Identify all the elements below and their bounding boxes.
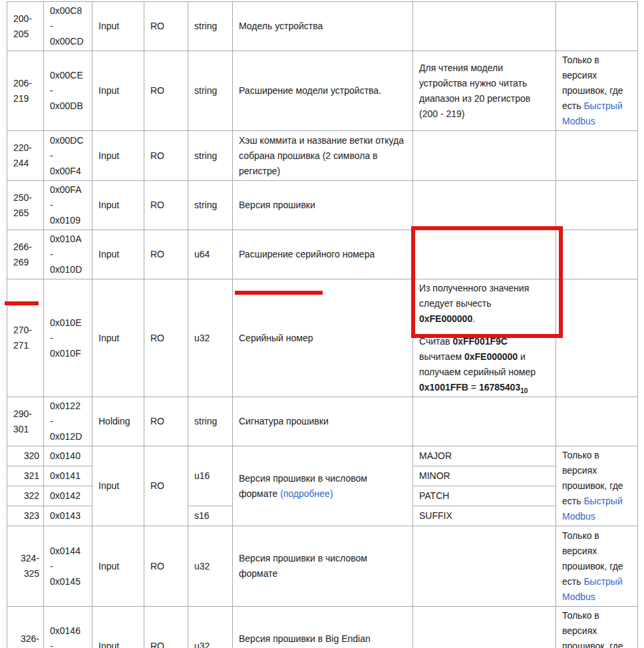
cell-hex-range: 0x0144 - 0x0145 — [44, 526, 92, 607]
cell-note-major: MAJOR — [413, 446, 556, 466]
cell-hex-range: 0x010A - 0x010D — [44, 230, 92, 279]
cell-firmware-note: Только в версиях прошивок, где есть Быст… — [556, 51, 638, 131]
cell-description-serial-number: Серийный номер — [233, 279, 413, 397]
cell-firmware-empty — [556, 230, 638, 279]
table-row: 206-219 0x00CE - 0x00DB Input RO string … — [7, 51, 638, 131]
cell-register-type: Input — [92, 279, 144, 397]
cell-register-range: 323 — [7, 506, 44, 526]
cell-access: RO — [144, 279, 188, 397]
cell-register-range: 321 — [7, 466, 44, 486]
annotation-red-box-serial-calculation — [411, 226, 563, 338]
cell-hex-range: 0x00FA - 0x0109 — [44, 181, 92, 230]
cell-register-type: Input — [92, 2, 144, 51]
cell-hex-range: 0x010E - 0x010F — [44, 279, 92, 397]
cell-note-empty — [413, 181, 556, 230]
cell-datatype: string — [188, 51, 233, 131]
cell-register-type: Input — [92, 230, 144, 279]
cell-access: RO — [144, 446, 188, 526]
cell-firmware-empty — [556, 2, 638, 51]
cell-access: RO — [144, 607, 188, 648]
cell-register-type: Holding — [92, 397, 144, 446]
annotation-underline-serial-number — [235, 291, 323, 295]
cell-register-range: 326-327 — [7, 607, 44, 648]
cell-description: Версия прошивки в числовом формате (подр… — [233, 446, 413, 526]
cell-register-range: 320 — [7, 446, 44, 466]
cell-datatype: string — [188, 131, 233, 181]
cell-register-range: 266-269 — [7, 230, 44, 279]
table-row: 320 0x0140 Input RO u16 Версия прошивки … — [7, 446, 638, 466]
cell-access: RO — [144, 397, 188, 446]
cell-note-suffix: SUFFIX — [413, 506, 556, 526]
cell-hex-range: 0x0141 — [44, 466, 92, 486]
cell-register-range: 322 — [7, 486, 44, 506]
cell-description: Хэш коммита и название ветки откуда собр… — [233, 131, 413, 181]
firmware-note-text: Только в версиях прошивок, где есть — [562, 610, 623, 648]
cell-register-type: Input — [92, 607, 144, 648]
cell-note-empty — [413, 607, 556, 648]
cell-access: RO — [144, 230, 188, 279]
table-row: 290-301 0x0122 - 0x012D Holding RO strin… — [7, 397, 638, 446]
cell-hex-range: 0x0146 - 0x0147 — [44, 607, 92, 648]
cell-note: Для чтения модели устройства нужно читат… — [413, 51, 556, 131]
cell-access: RO — [144, 181, 188, 230]
cell-note-patch: PATCH — [413, 486, 556, 506]
cell-register-type: Input — [92, 526, 144, 607]
cell-datatype: u32 — [188, 279, 233, 397]
cell-hex-range: 0x00DC - 0x00F4 — [44, 131, 92, 181]
cell-firmware-empty — [556, 397, 638, 446]
cell-register-type: Input — [92, 446, 144, 526]
cell-register-range: 220-244 — [7, 131, 44, 181]
cell-access: RO — [144, 51, 188, 131]
table-row: 324-325 0x0144 - 0x0145 Input RO u32 Вер… — [7, 526, 638, 607]
cell-note-empty — [413, 397, 556, 446]
cell-datatype: s16 — [188, 506, 233, 526]
cell-register-range: 324-325 — [7, 526, 44, 607]
table-row: 326-327 0x0146 - 0x0147 Input RO u32 Вер… — [7, 607, 638, 648]
cell-firmware-empty — [556, 181, 638, 230]
cell-register-range: 250-265 — [7, 181, 44, 230]
cell-register-type: Input — [92, 51, 144, 131]
cell-firmware-note: Только в версиях прошивок, где есть Быст… — [556, 446, 638, 526]
cell-description: Модель устройства — [233, 2, 413, 51]
cell-firmware-empty — [556, 131, 638, 181]
cell-register-range: 206-219 — [7, 51, 44, 131]
table-row: 250-265 0x00FA - 0x0109 Input RO string … — [7, 181, 638, 230]
cell-firmware-note: Только в версиях прошивок, где есть Быст… — [556, 607, 638, 648]
cell-hex-range: 0x00CE - 0x00DB — [44, 51, 92, 131]
cell-register-range: 200-205 — [7, 2, 44, 51]
serial-note-paragraph-2: Считав 0xFF001F9C вычитаем 0xFE000000 и … — [419, 334, 550, 395]
cell-access: RO — [144, 526, 188, 607]
cell-note-empty — [413, 526, 556, 607]
cell-register-range: 270-271 — [7, 279, 44, 397]
cell-datatype: string — [188, 397, 233, 446]
annotation-underline-register-270-271 — [5, 301, 39, 305]
cell-register-range: 290-301 — [7, 397, 44, 446]
cell-description: Версия прошивки в Big Endian формате — [233, 607, 413, 648]
cell-firmware-empty — [556, 279, 638, 397]
details-link[interactable]: (подробнее) — [280, 488, 333, 499]
cell-datatype: u32 — [188, 526, 233, 607]
cell-description: Сигнатура прошивки — [233, 397, 413, 446]
cell-firmware-note: Только в версиях прошивок, где есть Быст… — [556, 526, 638, 607]
cell-hex-range: 0x0140 — [44, 446, 92, 466]
cell-datatype: string — [188, 2, 233, 51]
cell-datatype: string — [188, 181, 233, 230]
cell-hex-range: 0x0122 - 0x012D — [44, 397, 92, 446]
cell-hex-range: 0x00C8 - 0x00CD — [44, 2, 92, 51]
cell-register-type: Input — [92, 131, 144, 181]
table-row: 200-205 0x00C8 - 0x00CD Input RO string … — [7, 2, 638, 51]
cell-datatype: u64 — [188, 230, 233, 279]
modbus-registers-page: 200-205 0x00C8 - 0x00CD Input RO string … — [0, 0, 644, 648]
cell-description: Версия прошивки в числовом формате — [233, 526, 413, 607]
cell-description: Расширение модели устройства. — [233, 51, 413, 131]
cell-hex-range: 0x0143 — [44, 506, 92, 526]
decimal-subscript: 10 — [520, 387, 528, 395]
cell-note-empty — [413, 131, 556, 181]
cell-datatype: u16 — [188, 446, 233, 506]
cell-description: Версия прошивки — [233, 181, 413, 230]
cell-register-type: Input — [92, 181, 144, 230]
cell-access: RO — [144, 2, 188, 51]
cell-hex-range: 0x0142 — [44, 486, 92, 506]
cell-datatype: u32 — [188, 607, 233, 648]
cell-description: Расширение серийного номера — [233, 230, 413, 279]
